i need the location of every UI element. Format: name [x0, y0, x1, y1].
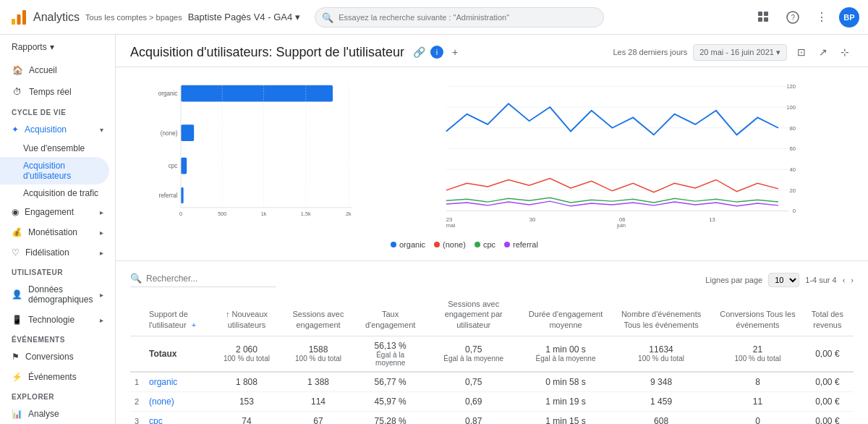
bookmark-icon[interactable]: ⊹: [836, 43, 854, 61]
sub-item-acquisition-utilisateurs[interactable]: Acquisition d'utilisateurs: [0, 157, 109, 185]
row-support[interactable]: organic: [145, 372, 213, 392]
svg-text:2k: 2k: [346, 211, 352, 217]
compare-icon[interactable]: ⊡: [793, 43, 810, 61]
search-bar[interactable]: 🔍: [315, 7, 604, 27]
sidebar-item-donnees-demo[interactable]: 👤 Données démographiques ▸: [0, 279, 115, 310]
sidebar-item-fidelisation[interactable]: ♡ Fidélisation ▸: [0, 242, 115, 263]
nav-right: ? ⋮ BP: [752, 6, 859, 29]
pagination-range: 1-4 sur 4: [805, 276, 836, 284]
search-table-icon: 🔍: [130, 273, 142, 284]
next-page-button[interactable]: ›: [851, 276, 854, 284]
sidebar-item-technologie[interactable]: 📱 Technologie ▸: [0, 310, 115, 330]
temps-reel-label: Temps réel: [29, 87, 72, 97]
more-icon-button[interactable]: ⋮: [810, 6, 833, 29]
col-nouveaux[interactable]: ↑ Nouveaux utilisateurs: [213, 293, 280, 336]
col-taux-eng[interactable]: Taux d'engagement: [357, 293, 424, 336]
col-sessions-user[interactable]: Sessions avec engagement par utilisateur: [424, 293, 523, 336]
add-col-icon[interactable]: +: [192, 321, 196, 329]
svg-text:(none): (none): [161, 130, 178, 137]
col-nb-events[interactable]: Nombre d'événements Tous les événements: [608, 293, 714, 336]
totals-nb-events: 11634 100 % du total: [608, 336, 714, 372]
table-controls: 🔍 Lignes par page 10 25 50 1-4 sur 4 ‹ ›: [130, 267, 854, 293]
sub-item-acquisition-trafic[interactable]: Acquisition de trafic: [0, 185, 115, 202]
app-title: Analytics: [33, 11, 80, 24]
date-range-badge[interactable]: 20 mai - 16 juin 2021 ▾: [693, 44, 787, 61]
sidebar-item-analyse[interactable]: 📊 Analyse: [0, 404, 115, 424]
person-icon: 👤: [12, 289, 22, 300]
share-icon[interactable]: ↗: [814, 43, 832, 61]
totals-label: Totaux: [145, 336, 213, 372]
svg-text:0: 0: [793, 208, 796, 214]
svg-rect-5: [758, 17, 762, 22]
bar-chart-svg: organic (none) cpc referral: [130, 76, 376, 221]
account-name[interactable]: Baptiste Pagès V4 - GA4 ▾: [188, 12, 301, 22]
search-input[interactable]: [315, 7, 604, 27]
sidebar-item-evenements[interactable]: ⚡ Événements: [0, 367, 115, 387]
chevron-down-icon: ▾: [295, 12, 300, 22]
col-duree[interactable]: Durée d'engagement moyenne: [523, 293, 608, 336]
conversions-left: ⚑ Conversions: [12, 352, 74, 362]
line-chart: 120 100 80 60 40 20 0: [385, 76, 854, 252]
svg-text:juin: juin: [616, 222, 626, 229]
totals-duree: 1 min 00 s Égal à la moyenne: [523, 336, 608, 372]
row-support[interactable]: (none): [145, 391, 213, 411]
link-icon[interactable]: 🔗: [410, 43, 427, 61]
table-search-input[interactable]: [146, 274, 276, 284]
row-nb-events: 608: [608, 411, 714, 424]
col-conversions[interactable]: Conversions Tous les événements: [714, 293, 801, 336]
totals-row: Totaux 2 060 100 % du total 1588 100 % d…: [130, 336, 854, 372]
chevron-up-icon: ▾: [100, 126, 103, 134]
svg-text:40: 40: [789, 166, 796, 173]
col-support[interactable]: Support de l'utilisateur +: [145, 293, 213, 336]
sub-item-vue-ensemble[interactable]: Vue d'ensemble: [0, 140, 115, 157]
apps-icon-button[interactable]: [752, 6, 775, 29]
totals-nouveaux: 2 060 100 % du total: [213, 336, 280, 372]
lightning-icon: ⚡: [12, 372, 22, 382]
evenements-left: ⚡ Événements: [12, 372, 77, 382]
clock-icon: ⏱: [12, 86, 23, 98]
table-row: 3 cpc 74 67 75,28 % 0,87 1 min 15 s 608 …: [130, 411, 854, 424]
content-header: Acquisition d'utilisateurs: Support de l…: [116, 35, 868, 67]
chevron-right-icon4: ▸: [100, 291, 103, 299]
accueil-label: Accueil: [29, 65, 57, 75]
search-icon: 🔍: [322, 12, 333, 22]
chevron-right-icon: ▸: [100, 208, 103, 216]
sidebar-item-monetisation[interactable]: 💰 Monétisation ▸: [0, 222, 115, 242]
col-revenus[interactable]: Total des revenus: [801, 293, 854, 336]
monetisation-label: Monétisation: [28, 227, 77, 237]
row-conversions: 0: [714, 411, 801, 424]
account-path: Tous les comptes > bpages: [85, 13, 182, 22]
sidebar-item-engagement[interactable]: ◉ Engagement ▸: [0, 202, 115, 222]
info-icon[interactable]: i: [430, 46, 443, 59]
row-sessions-eng: 1 388: [280, 372, 357, 392]
sidebar-item-accueil[interactable]: 🏠 Accueil: [0, 59, 109, 81]
row-support[interactable]: cpc: [145, 411, 213, 424]
logo: Analytics: [9, 7, 80, 27]
col-sessions-eng[interactable]: Sessions avec engagement: [280, 293, 357, 336]
svg-text:1,5k: 1,5k: [301, 211, 311, 217]
data-table: Support de l'utilisateur + ↑ Nouveaux ut…: [130, 293, 854, 424]
prev-page-button[interactable]: ‹: [843, 276, 846, 284]
row-revenus: 0,00 €: [801, 372, 854, 392]
date-range-section: Les 28 derniers jours 20 mai - 16 juin 2…: [613, 43, 854, 61]
table-row: 1 organic 1 808 1 388 56,77 % 0,75 0 min…: [130, 372, 854, 392]
add-icon[interactable]: +: [446, 43, 464, 61]
reports-button[interactable]: Rapports ▾: [0, 38, 115, 56]
row-sessions-eng: 114: [280, 391, 357, 411]
table-search-row: 🔍: [130, 273, 276, 287]
sidebar-item-temps-reel[interactable]: ⏱ Temps réel: [0, 81, 109, 103]
acquisition-expandable[interactable]: ✦ Acquisition ▾: [0, 119, 115, 140]
referral-legend-dot: [504, 242, 510, 247]
evenements-label: ÉVÉNEMENTS: [0, 330, 115, 347]
svg-rect-16: [181, 187, 184, 204]
row-nouveaux: 74: [213, 411, 280, 424]
row-nb-events: 9 348: [608, 372, 714, 392]
sidebar-item-conversions[interactable]: ⚑ Conversions: [0, 347, 115, 367]
avatar[interactable]: BP: [839, 7, 859, 27]
row-revenus: 0,00 €: [801, 411, 854, 424]
home-icon: 🏠: [12, 64, 23, 76]
lines-per-page-select[interactable]: 10 25 50: [768, 273, 799, 287]
help-icon-button[interactable]: ?: [781, 6, 804, 29]
svg-rect-15: [181, 158, 187, 174]
page-title-row: Acquisition d'utilisateurs: Support de l…: [130, 43, 464, 61]
